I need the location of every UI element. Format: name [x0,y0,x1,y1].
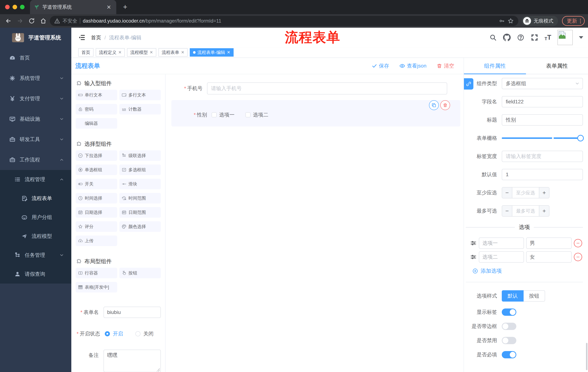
sidebar-item-system[interactable]: 系统管理 [0,68,71,88]
component-color-picker[interactable]: 颜色选择 [119,221,161,232]
remove-option-button[interactable]: − [574,253,582,261]
decrease-button[interactable]: − [502,206,512,216]
component-editor[interactable]: 编辑器 [76,118,117,129]
sidebar-item-payment[interactable]: 支付管理 [0,88,71,109]
sidebar-item-process-form[interactable]: 流程表单 [0,189,71,208]
tag-close-icon[interactable]: ✕ [149,50,153,55]
title-input[interactable] [502,114,583,126]
url-text[interactable]: dashboard.yudao.iocoder.cn/bpm/manager/f… [83,18,496,24]
home-icon[interactable] [38,16,48,26]
tag-process-definition[interactable]: 流程定义✕ [96,48,125,57]
component-counter[interactable]: 123 计数器 [119,104,161,115]
component-upload[interactable]: 上传 [76,235,117,246]
forward-icon[interactable] [15,16,25,26]
show-label-toggle[interactable] [502,308,516,316]
copy-item-button[interactable] [429,100,439,110]
drag-handle-icon[interactable] [470,254,477,260]
component-time-range[interactable]: 时间范围 [119,193,161,203]
security-label[interactable]: 不安全 [63,18,77,24]
grid-slider[interactable] [502,132,583,144]
radio-on-icon[interactable] [105,331,110,336]
tag-process-form[interactable]: 流程表单✕ [158,48,188,57]
radio-off-icon[interactable] [135,331,140,336]
tab-component-props[interactable]: 组件属性 [464,58,526,74]
link-handle[interactable] [464,78,473,90]
sidebar-toggle-icon[interactable] [78,34,85,41]
option-label-input[interactable] [479,237,524,249]
remove-option-button[interactable]: − [574,239,582,247]
sidebar-item-workflow[interactable]: 工作流程 [0,149,71,170]
avatar[interactable] [557,30,573,45]
clear-button[interactable]: 清空 [437,63,454,69]
max-select-input[interactable] [512,206,539,216]
tag-home[interactable]: 首页 [78,48,94,57]
form-name-input[interactable] [104,307,161,318]
tag-close-icon[interactable]: ✕ [227,50,230,55]
search-icon[interactable] [489,34,497,41]
canvas-item-phone[interactable]: 手机号 [166,83,463,95]
component-password[interactable]: 密码 [76,104,117,115]
app-logo[interactable]: 芋道管理系统 [0,28,71,48]
option-label-input[interactable] [479,251,524,263]
sidebar-item-task-mgmt[interactable]: 任务管理 [0,246,71,265]
sidebar-item-process-model[interactable]: 流程模型 [0,227,71,246]
tag-process-form-edit[interactable]: 流程表单-编辑✕ [190,48,233,57]
scrollbar-thumb[interactable] [586,343,588,370]
increase-button[interactable]: + [539,206,549,216]
avatar-dropdown-caret-icon[interactable] [579,36,583,39]
font-size-icon[interactable]: TT [545,34,551,41]
breadcrumb-home[interactable]: 首页 [91,34,101,41]
component-type-select[interactable]: 多选框组 [502,78,583,89]
browser-tab[interactable]: 芋道管理系统 ✕ [30,0,116,14]
with-border-toggle[interactable] [502,323,516,330]
save-button[interactable]: 保存 [372,63,389,69]
label-width-input[interactable] [502,151,583,162]
minimize-window-button[interactable] [12,5,17,9]
disabled-toggle[interactable] [502,337,516,344]
form-remark-textarea[interactable]: 嘿嘿 [104,350,161,372]
help-icon[interactable] [517,34,525,41]
bookmark-star-icon[interactable] [507,18,514,24]
component-button[interactable]: 按钮 [119,268,161,278]
component-multi-line-text[interactable]: 多行文本 [119,90,161,100]
slider-handle[interactable] [577,135,584,141]
component-date-range[interactable]: 日期范围 [119,207,161,218]
component-rate[interactable]: 评分 [76,221,117,232]
github-icon[interactable] [503,34,511,41]
component-switch[interactable]: 开关 [76,179,117,189]
status-off-label[interactable]: 关闭 [143,330,154,337]
password-key-icon[interactable] [499,18,505,24]
component-date-picker[interactable]: 日期选择 [76,207,117,218]
tab-close-icon[interactable]: ✕ [105,4,112,10]
tag-process-model[interactable]: 流程模型✕ [127,48,156,57]
increase-button[interactable]: + [539,187,549,198]
style-default-button[interactable]: 默认 [502,290,524,302]
component-cascader[interactable]: 级联选择 [119,150,161,161]
checkbox-icon[interactable] [211,112,217,117]
gender-option-1[interactable]: 选项一 [211,111,234,118]
canvas-item-gender-selected[interactable]: 性别 选项一 选项二 [171,100,460,127]
required-toggle[interactable] [502,351,516,358]
delete-item-button[interactable] [440,100,450,110]
component-select[interactable]: 下拉选择 [76,150,117,161]
sidebar-item-infra[interactable]: 基础设施 [0,109,71,129]
component-single-line-text[interactable]: 单行文本 [76,90,117,100]
component-slider[interactable]: 滑块 [119,179,161,189]
zoom-window-button[interactable] [20,5,25,9]
component-row-container[interactable]: 行容器 [76,268,117,278]
component-table-dev[interactable]: 表格[开发中] [76,282,117,292]
tab-form-props[interactable]: 表单属性 [526,58,588,74]
sidebar-item-devtools[interactable]: 研发工具 [0,129,71,149]
window-controls[interactable] [5,5,25,9]
gender-option-2[interactable]: 选项二 [245,111,268,118]
browser-menu-icon[interactable] [580,19,581,23]
drag-handle-icon[interactable] [470,240,477,246]
component-radio-group[interactable]: 单选框组 [76,165,117,175]
component-time-picker[interactable]: 时间选择 [76,193,117,203]
sidebar-item-user-group[interactable]: 用户分组 [0,208,71,227]
phone-input[interactable] [207,83,447,95]
form-canvas[interactable]: 手机号 性别 选项一 [166,74,463,372]
close-window-button[interactable] [5,5,10,9]
sidebar-item-process-mgmt[interactable]: 流程管理 [0,170,71,189]
min-select-input[interactable] [512,187,539,198]
